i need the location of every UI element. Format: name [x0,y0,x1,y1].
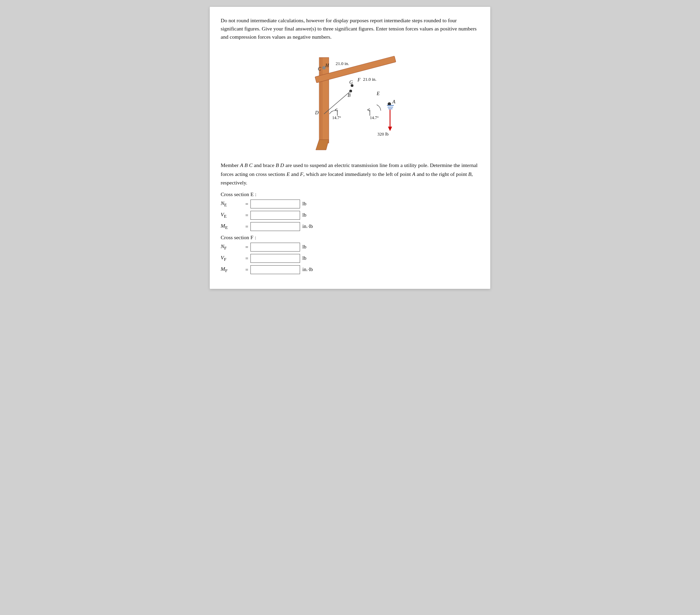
point-A: A [412,171,415,177]
svg-marker-3 [316,140,329,150]
diagram-area: C H 21.0 in. G F 21.0 in. B E A [221,47,479,153]
me-unit: in.·lb [302,223,313,229]
me-label: ME [221,223,245,230]
nf-unit: lb [302,244,307,250]
page: Do not round intermediate calculations, … [210,7,490,289]
mf-label: MF [221,266,245,273]
svg-text:14.7°: 14.7° [332,115,341,120]
ne-unit: lb [302,201,307,207]
vf-equals: = [245,255,248,261]
ne-label: NE [221,200,245,208]
instructions-text: Do not round intermediate calculations, … [221,16,479,41]
svg-text:21.0 in.: 21.0 in. [336,61,349,66]
me-equals: = [245,223,248,230]
svg-point-29 [322,66,326,70]
vf-input[interactable] [250,254,300,263]
problem-text-5: , which are located immediately to the l… [303,171,412,177]
ve-row: VE = lb [221,211,479,220]
mf-input[interactable] [250,265,300,274]
svg-text:D: D [315,110,318,115]
cross-section-f-title: Cross section F : [221,234,479,241]
member-ABC: A B C [240,162,252,168]
svg-text:F: F [357,77,361,83]
nf-row: NF = lb [221,243,479,251]
me-input[interactable] [250,222,300,231]
svg-text:14.7°: 14.7° [370,115,379,120]
ve-label: VE [221,211,245,219]
nf-label: NF [221,243,245,251]
problem-text: Member A B C and brace B D are used to s… [221,161,479,187]
cross-section-e-title: Cross section E : [221,191,479,197]
mf-equals: = [245,267,248,273]
ve-unit: lb [302,212,307,218]
me-row: ME = in.·lb [221,222,479,231]
vf-unit: lb [302,255,307,261]
problem-text-1: Member [221,162,240,168]
svg-text:G: G [349,80,353,85]
diagram-svg: C H 21.0 in. G F 21.0 in. B E A [285,47,415,153]
problem-text-4: and [290,171,300,177]
svg-text:21.0 in.: 21.0 in. [363,77,376,82]
vf-row: VF = lb [221,254,479,263]
point-B: B [468,171,472,177]
ne-equals: = [245,201,248,207]
problem-text-2: and brace [252,162,276,168]
svg-text:A: A [392,99,396,104]
svg-text:320 lb: 320 lb [377,132,389,137]
mf-unit: in.·lb [302,267,313,272]
ve-input[interactable] [250,211,300,220]
vf-label: VF [221,255,245,262]
ne-row: NE = lb [221,199,479,208]
svg-marker-25 [388,127,392,131]
problem-text-6: and to the right of point [415,171,468,177]
ve-equals: = [245,212,248,218]
member-BD: B D [276,162,284,168]
mf-row: MF = in.·lb [221,265,479,274]
nf-equals: = [245,244,248,250]
svg-text:E: E [376,91,380,96]
nf-input[interactable] [250,243,300,251]
cross-E: E [286,171,289,177]
ne-input[interactable] [250,199,300,208]
svg-text:C: C [318,66,321,72]
